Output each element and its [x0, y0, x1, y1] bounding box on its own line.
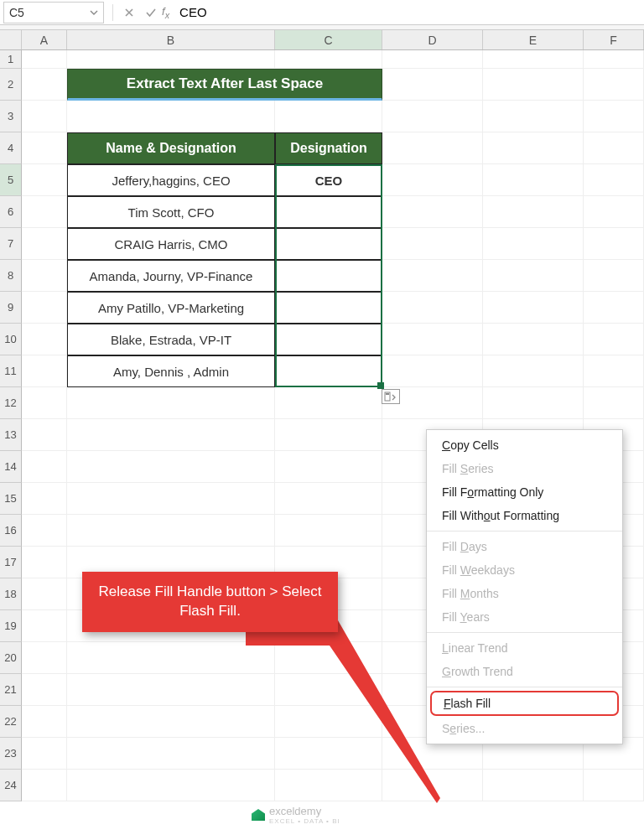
cell[interactable]: [483, 132, 584, 164]
cell[interactable]: [584, 260, 644, 292]
row-header[interactable]: 1: [0, 50, 22, 69]
table-cell[interactable]: Blake, Estrada, VP-IT: [67, 324, 275, 355]
cell[interactable]: [382, 196, 483, 228]
cell[interactable]: [67, 387, 275, 419]
menu-item[interactable]: Fill Formatting Only: [427, 480, 622, 504]
select-all-corner[interactable]: [0, 30, 22, 49]
row-header[interactable]: 6: [0, 196, 22, 228]
cell[interactable]: [483, 101, 584, 132]
cell[interactable]: [584, 69, 644, 101]
title-cell[interactable]: Extract Text After Last Space: [67, 69, 382, 101]
cell[interactable]: [67, 642, 275, 674]
table-header[interactable]: Name & Designation: [67, 132, 275, 164]
table-cell[interactable]: [275, 228, 382, 260]
cell[interactable]: [22, 196, 67, 228]
cell[interactable]: [584, 101, 644, 132]
cell[interactable]: [22, 50, 67, 69]
row-header[interactable]: 2: [0, 69, 22, 101]
cell[interactable]: [483, 228, 584, 260]
cell[interactable]: [22, 387, 67, 419]
cell[interactable]: [584, 355, 644, 387]
row-header[interactable]: 11: [0, 355, 22, 387]
table-cell[interactable]: [275, 196, 382, 228]
cell[interactable]: [275, 642, 382, 674]
cancel-icon[interactable]: [118, 2, 140, 23]
cell[interactable]: [22, 451, 67, 483]
cell[interactable]: [22, 132, 67, 164]
row-header[interactable]: 10: [0, 324, 22, 355]
table-cell[interactable]: Tim Scott, CFO: [67, 196, 275, 228]
cell[interactable]: [275, 515, 382, 547]
cell[interactable]: [275, 674, 382, 706]
cell[interactable]: [22, 738, 67, 770]
row-header[interactable]: 7: [0, 228, 22, 260]
cell[interactable]: [67, 706, 275, 738]
cell[interactable]: [382, 101, 483, 132]
cell[interactable]: [22, 355, 67, 387]
col-header-a[interactable]: A: [22, 30, 67, 49]
cell[interactable]: [275, 706, 382, 738]
cell[interactable]: [67, 451, 275, 483]
col-header-c[interactable]: C: [275, 30, 382, 49]
cell[interactable]: [382, 69, 483, 101]
cell[interactable]: [483, 50, 584, 69]
row-header[interactable]: 18: [0, 578, 22, 610]
cell[interactable]: [382, 770, 483, 801]
cell[interactable]: [275, 738, 382, 770]
cell[interactable]: [22, 483, 67, 515]
col-header-e[interactable]: E: [483, 30, 584, 49]
cell[interactable]: [22, 101, 67, 132]
table-cell[interactable]: [275, 355, 382, 387]
cell[interactable]: [22, 292, 67, 324]
cell[interactable]: [382, 260, 483, 292]
cell[interactable]: [275, 451, 382, 483]
cell[interactable]: [22, 610, 67, 642]
cell[interactable]: [584, 164, 644, 196]
cell[interactable]: [22, 324, 67, 355]
cell[interactable]: [67, 101, 275, 132]
cell[interactable]: [67, 419, 275, 451]
row-header[interactable]: 5: [0, 164, 22, 196]
cell[interactable]: [483, 69, 584, 101]
cell[interactable]: [584, 196, 644, 228]
cell[interactable]: [22, 770, 67, 801]
row-header[interactable]: 14: [0, 451, 22, 483]
cell[interactable]: [22, 228, 67, 260]
cell[interactable]: [67, 50, 275, 69]
row-header[interactable]: 3: [0, 101, 22, 132]
table-cell[interactable]: CRAIG Harris, CMO: [67, 228, 275, 260]
cell[interactable]: [22, 578, 67, 610]
row-header[interactable]: 15: [0, 483, 22, 515]
row-header[interactable]: 23: [0, 738, 22, 770]
table-cell[interactable]: Amanda, Journy, VP-Finance: [67, 260, 275, 292]
table-cell[interactable]: [275, 292, 382, 324]
cell[interactable]: [584, 324, 644, 355]
row-header[interactable]: 19: [0, 610, 22, 642]
cell[interactable]: [22, 419, 67, 451]
cell[interactable]: [275, 101, 382, 132]
row-header[interactable]: 9: [0, 292, 22, 324]
cell[interactable]: [22, 260, 67, 292]
cell[interactable]: [67, 674, 275, 706]
cell[interactable]: [67, 738, 275, 770]
col-header-d[interactable]: D: [382, 30, 483, 49]
cell[interactable]: [275, 387, 382, 419]
cell[interactable]: [483, 164, 584, 196]
cell[interactable]: [483, 770, 584, 801]
row-header[interactable]: 13: [0, 419, 22, 451]
row-header[interactable]: 4: [0, 132, 22, 164]
table-cell[interactable]: [275, 260, 382, 292]
cell[interactable]: [382, 228, 483, 260]
cell[interactable]: [382, 164, 483, 196]
cell[interactable]: [22, 674, 67, 706]
active-cell[interactable]: CEO: [275, 164, 382, 196]
cell[interactable]: [67, 515, 275, 547]
table-cell[interactable]: Jeffery,haggins, CEO: [67, 164, 275, 196]
autofill-options-icon[interactable]: [382, 389, 400, 404]
cell[interactable]: [483, 387, 584, 419]
cell[interactable]: [22, 642, 67, 674]
row-header[interactable]: 22: [0, 706, 22, 738]
cell[interactable]: [382, 324, 483, 355]
row-header[interactable]: 8: [0, 260, 22, 292]
cell[interactable]: [275, 483, 382, 515]
